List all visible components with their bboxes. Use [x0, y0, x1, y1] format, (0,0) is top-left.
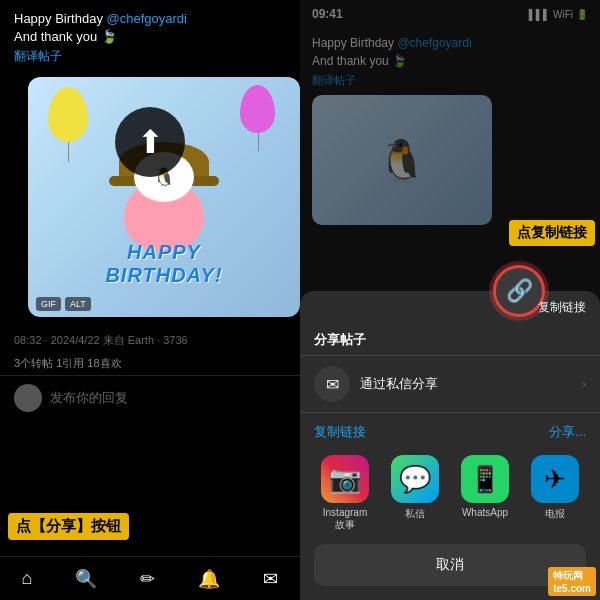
telegram-label: 电报 — [545, 507, 565, 521]
reply-avatar — [14, 384, 42, 412]
copy-link-text-btn[interactable]: 复制链接 — [314, 423, 366, 441]
sticker-badges: GIF ALT — [36, 297, 91, 311]
telegram-icon: ✈ — [531, 455, 579, 503]
dm-chevron: › — [582, 377, 586, 391]
alt-badge: ALT — [65, 297, 91, 311]
bottom-navigation: ⌂ 🔍 ✏ 🔔 ✉ — [0, 556, 300, 600]
share-button[interactable]: ⬆ — [115, 107, 185, 177]
happy-birthday-text: HAPPYBIRTHDAY! — [105, 241, 222, 287]
share-menu-title: 分享帖子 — [314, 331, 366, 349]
watermark: 特玩网te5.com — [548, 567, 596, 596]
post-text-line2: And thank you 🍃 — [14, 28, 286, 46]
search-icon[interactable]: 🔍 — [75, 568, 97, 590]
whatsapp-label: WhatsApp — [462, 507, 508, 518]
compose-icon[interactable]: ✏ — [140, 568, 155, 590]
left-post-header: Happy Birthday @chefgoyardi And thank yo… — [0, 0, 300, 77]
share-menu-header: 分享帖子 — [300, 321, 600, 356]
link-icon: 🔗 — [506, 278, 533, 304]
left-annotation: 点【分享】按钮 — [8, 513, 129, 540]
home-icon[interactable]: ⌂ — [22, 568, 33, 589]
messages-icon[interactable]: ✉ — [263, 568, 278, 590]
copy-link-label: 复制链接 — [538, 299, 586, 316]
reply-box: 发布你的回复 — [0, 376, 300, 420]
share-text-btn[interactable]: 分享... — [549, 423, 586, 441]
balloon-right-decoration — [240, 85, 275, 133]
dm-share-row[interactable]: ✉ 通过私信分享 › — [300, 356, 600, 408]
instagram-story-btn[interactable]: 📷 Instagram故事 — [321, 455, 369, 532]
messages-btn[interactable]: 💬 私信 — [391, 455, 439, 532]
share-menu: 🔗 复制链接 分享帖子 ✉ 通过私信分享 › 复制链接 分享... — [300, 291, 600, 600]
instagram-label: Instagram故事 — [323, 507, 367, 532]
dm-icon: ✉ — [314, 366, 350, 402]
share-apps-row: 📷 Instagram故事 💬 私信 📱 WhatsApp ✈ 电报 — [300, 447, 600, 536]
main-container: Happy Birthday @chefgoyardi And thank yo… — [0, 0, 600, 600]
right-annotation: 点复制链接 — [509, 220, 595, 246]
post-meta: 08:32 · 2024/4/22 来自 Earth · 3736 — [0, 325, 300, 352]
share-divider-1 — [300, 412, 600, 413]
whatsapp-icon: 📱 — [461, 455, 509, 503]
post-text-static: Happy Birthday — [14, 11, 107, 26]
balloon-left-decoration — [48, 87, 88, 142]
left-panel: Happy Birthday @chefgoyardi And thank yo… — [0, 0, 300, 600]
post-text-line1: Happy Birthday @chefgoyardi — [14, 10, 286, 28]
dm-label: 通过私信分享 — [360, 375, 438, 393]
post-stats: 3个转帖 1引用 18喜欢 — [0, 352, 300, 376]
cancel-button[interactable]: 取消 — [314, 544, 586, 586]
share-icon: ⬆ — [137, 126, 164, 158]
gif-badge: GIF — [36, 297, 61, 311]
mention-tag[interactable]: @chefgoyardi — [107, 11, 187, 26]
notifications-icon[interactable]: 🔔 — [198, 568, 220, 590]
telegram-btn[interactable]: ✈ 电报 — [531, 455, 579, 532]
translate-button[interactable]: 翻译帖子 — [14, 46, 286, 71]
share-actions-row: 复制链接 分享... — [300, 417, 600, 447]
instagram-icon: 📷 — [321, 455, 369, 503]
reply-input-placeholder[interactable]: 发布你的回复 — [50, 389, 286, 407]
messages-icon: 💬 — [391, 455, 439, 503]
messages-label: 私信 — [405, 507, 425, 521]
right-panel: 09:41 ▌▌▌ WiFi 🔋 Happy Birthday @chefgoy… — [300, 0, 600, 600]
whatsapp-btn[interactable]: 📱 WhatsApp — [461, 455, 509, 532]
